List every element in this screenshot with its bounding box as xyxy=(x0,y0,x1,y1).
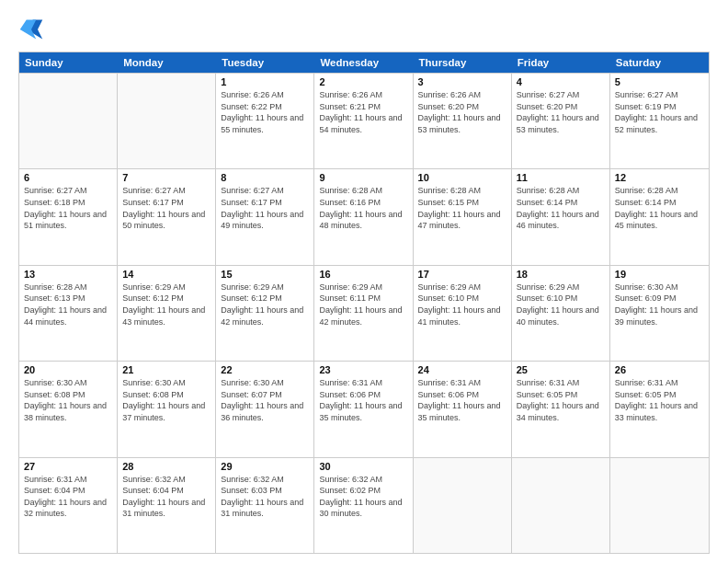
day-number: 22 xyxy=(221,364,309,375)
day-number: 27 xyxy=(24,461,112,472)
day-number: 25 xyxy=(517,364,605,375)
day-number: 19 xyxy=(615,269,704,280)
day-info: Sunrise: 6:27 AM Sunset: 6:17 PM Dayligh… xyxy=(221,185,309,231)
day-number: 14 xyxy=(122,269,210,280)
day-cell-8: 8Sunrise: 6:27 AM Sunset: 6:17 PM Daylig… xyxy=(216,169,314,264)
day-cell-2: 2Sunrise: 6:26 AM Sunset: 6:21 PM Daylig… xyxy=(314,74,413,168)
day-info: Sunrise: 6:28 AM Sunset: 6:15 PM Dayligh… xyxy=(418,185,506,231)
day-cell-13: 13Sunrise: 6:28 AM Sunset: 6:13 PM Dayli… xyxy=(19,266,118,361)
day-cell-27: 27Sunrise: 6:31 AM Sunset: 6:04 PM Dayli… xyxy=(19,458,118,553)
day-info: Sunrise: 6:30 AM Sunset: 6:08 PM Dayligh… xyxy=(24,377,112,423)
day-cell-19: 19Sunrise: 6:30 AM Sunset: 6:09 PM Dayli… xyxy=(610,266,709,361)
day-cell-26: 26Sunrise: 6:31 AM Sunset: 6:05 PM Dayli… xyxy=(610,362,709,456)
day-info: Sunrise: 6:26 AM Sunset: 6:22 PM Dayligh… xyxy=(221,89,309,135)
day-number: 12 xyxy=(615,172,704,183)
day-info: Sunrise: 6:28 AM Sunset: 6:14 PM Dayligh… xyxy=(615,185,704,231)
day-cell-18: 18Sunrise: 6:29 AM Sunset: 6:10 PM Dayli… xyxy=(512,266,610,361)
day-number: 28 xyxy=(122,461,210,472)
calendar: SundayMondayTuesdayWednesdayThursdayFrid… xyxy=(18,52,710,554)
day-info: Sunrise: 6:31 AM Sunset: 6:04 PM Dayligh… xyxy=(24,474,112,520)
day-cell-25: 25Sunrise: 6:31 AM Sunset: 6:05 PM Dayli… xyxy=(512,362,610,456)
day-cell-21: 21Sunrise: 6:30 AM Sunset: 6:08 PM Dayli… xyxy=(118,362,216,456)
header-day-wednesday: Wednesday xyxy=(314,52,413,73)
day-info: Sunrise: 6:29 AM Sunset: 6:10 PM Dayligh… xyxy=(418,282,506,327)
day-number: 3 xyxy=(418,76,506,87)
day-number: 16 xyxy=(319,269,407,280)
day-info: Sunrise: 6:26 AM Sunset: 6:20 PM Dayligh… xyxy=(418,89,506,135)
day-info: Sunrise: 6:27 AM Sunset: 6:20 PM Dayligh… xyxy=(517,89,605,135)
day-info: Sunrise: 6:31 AM Sunset: 6:05 PM Dayligh… xyxy=(517,377,605,423)
day-cell-15: 15Sunrise: 6:29 AM Sunset: 6:12 PM Dayli… xyxy=(216,266,314,361)
day-cell-23: 23Sunrise: 6:31 AM Sunset: 6:06 PM Dayli… xyxy=(314,362,413,456)
logo-icon xyxy=(18,17,44,42)
day-info: Sunrise: 6:28 AM Sunset: 6:16 PM Dayligh… xyxy=(319,185,407,231)
day-info: Sunrise: 6:30 AM Sunset: 6:07 PM Dayligh… xyxy=(221,377,309,423)
day-number: 9 xyxy=(319,172,407,183)
day-number: 5 xyxy=(615,76,704,87)
day-cell-29: 29Sunrise: 6:32 AM Sunset: 6:03 PM Dayli… xyxy=(216,458,314,553)
day-info: Sunrise: 6:32 AM Sunset: 6:04 PM Dayligh… xyxy=(122,474,210,520)
week-row-5: 27Sunrise: 6:31 AM Sunset: 6:04 PM Dayli… xyxy=(19,457,709,553)
day-info: Sunrise: 6:30 AM Sunset: 6:08 PM Dayligh… xyxy=(122,377,210,423)
day-info: Sunrise: 6:26 AM Sunset: 6:21 PM Dayligh… xyxy=(319,89,407,135)
day-number: 11 xyxy=(517,172,605,183)
week-row-4: 20Sunrise: 6:30 AM Sunset: 6:08 PM Dayli… xyxy=(19,361,709,456)
day-info: Sunrise: 6:28 AM Sunset: 6:13 PM Dayligh… xyxy=(24,282,112,327)
day-cell-6: 6Sunrise: 6:27 AM Sunset: 6:18 PM Daylig… xyxy=(19,169,118,264)
day-cell-12: 12Sunrise: 6:28 AM Sunset: 6:14 PM Dayli… xyxy=(610,169,709,264)
day-cell-11: 11Sunrise: 6:28 AM Sunset: 6:14 PM Dayli… xyxy=(512,169,610,264)
day-info: Sunrise: 6:27 AM Sunset: 6:19 PM Dayligh… xyxy=(615,89,704,135)
day-cell-17: 17Sunrise: 6:29 AM Sunset: 6:10 PM Dayli… xyxy=(414,266,512,361)
header-day-tuesday: Tuesday xyxy=(216,52,314,73)
day-cell-10: 10Sunrise: 6:28 AM Sunset: 6:15 PM Dayli… xyxy=(414,169,512,264)
day-info: Sunrise: 6:29 AM Sunset: 6:12 PM Dayligh… xyxy=(122,282,210,327)
header-day-sunday: Sunday xyxy=(19,52,118,73)
day-number: 23 xyxy=(319,364,407,375)
week-row-2: 6Sunrise: 6:27 AM Sunset: 6:18 PM Daylig… xyxy=(19,168,709,264)
day-cell-14: 14Sunrise: 6:29 AM Sunset: 6:12 PM Dayli… xyxy=(118,266,216,361)
day-number: 18 xyxy=(517,269,605,280)
day-cell-28: 28Sunrise: 6:32 AM Sunset: 6:04 PM Dayli… xyxy=(118,458,216,553)
day-cell-20: 20Sunrise: 6:30 AM Sunset: 6:08 PM Dayli… xyxy=(19,362,118,456)
day-number: 20 xyxy=(24,364,112,375)
day-number: 24 xyxy=(418,364,506,375)
day-info: Sunrise: 6:29 AM Sunset: 6:10 PM Dayligh… xyxy=(517,282,605,327)
day-cell-3: 3Sunrise: 6:26 AM Sunset: 6:20 PM Daylig… xyxy=(414,74,512,168)
day-number: 2 xyxy=(319,76,407,87)
day-info: Sunrise: 6:29 AM Sunset: 6:11 PM Dayligh… xyxy=(319,282,407,327)
day-number: 8 xyxy=(221,172,309,183)
day-cell-16: 16Sunrise: 6:29 AM Sunset: 6:11 PM Dayli… xyxy=(314,266,413,361)
logo xyxy=(18,17,48,42)
day-info: Sunrise: 6:27 AM Sunset: 6:17 PM Dayligh… xyxy=(122,185,210,231)
day-info: Sunrise: 6:31 AM Sunset: 6:06 PM Dayligh… xyxy=(418,377,506,423)
day-info: Sunrise: 6:31 AM Sunset: 6:05 PM Dayligh… xyxy=(615,377,704,423)
day-number: 4 xyxy=(517,76,605,87)
day-number: 1 xyxy=(221,76,309,87)
header-day-saturday: Saturday xyxy=(610,52,709,73)
empty-cell xyxy=(414,458,512,553)
day-number: 15 xyxy=(221,269,309,280)
empty-cell xyxy=(512,458,610,553)
empty-cell xyxy=(19,74,118,168)
day-number: 13 xyxy=(24,269,112,280)
day-info: Sunrise: 6:30 AM Sunset: 6:09 PM Dayligh… xyxy=(615,282,704,327)
day-info: Sunrise: 6:29 AM Sunset: 6:12 PM Dayligh… xyxy=(221,282,309,327)
day-number: 21 xyxy=(122,364,210,375)
day-number: 30 xyxy=(319,461,407,472)
day-cell-30: 30Sunrise: 6:32 AM Sunset: 6:02 PM Dayli… xyxy=(314,458,413,553)
empty-cell xyxy=(610,458,709,553)
day-cell-24: 24Sunrise: 6:31 AM Sunset: 6:06 PM Dayli… xyxy=(414,362,512,456)
header-day-friday: Friday xyxy=(512,52,610,73)
day-info: Sunrise: 6:31 AM Sunset: 6:06 PM Dayligh… xyxy=(319,377,407,423)
day-info: Sunrise: 6:32 AM Sunset: 6:03 PM Dayligh… xyxy=(221,474,309,520)
day-info: Sunrise: 6:27 AM Sunset: 6:18 PM Dayligh… xyxy=(24,185,112,231)
day-info: Sunrise: 6:32 AM Sunset: 6:02 PM Dayligh… xyxy=(319,474,407,520)
day-info: Sunrise: 6:28 AM Sunset: 6:14 PM Dayligh… xyxy=(517,185,605,231)
header xyxy=(18,17,710,42)
day-number: 10 xyxy=(418,172,506,183)
day-cell-7: 7Sunrise: 6:27 AM Sunset: 6:17 PM Daylig… xyxy=(118,169,216,264)
page: SundayMondayTuesdayWednesdayThursdayFrid… xyxy=(0,0,728,563)
day-number: 26 xyxy=(615,364,704,375)
empty-cell xyxy=(118,74,216,168)
header-day-thursday: Thursday xyxy=(414,52,512,73)
